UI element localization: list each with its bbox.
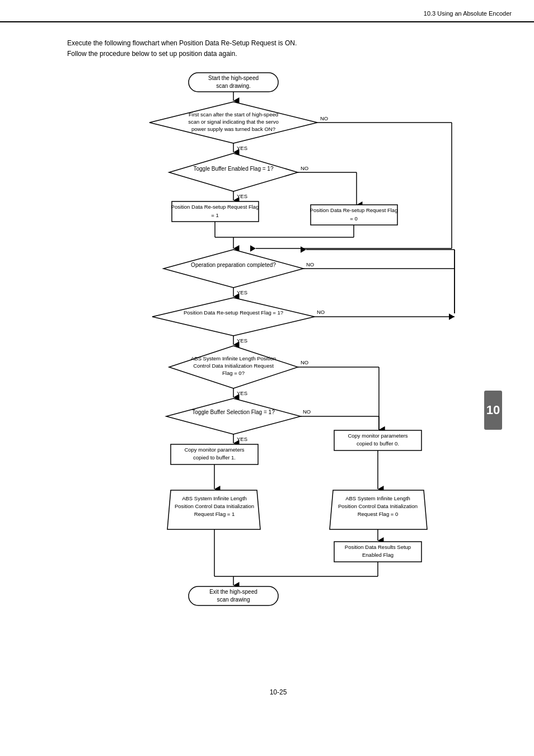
svg-text:YES: YES bbox=[237, 337, 247, 344]
svg-text:NO: NO bbox=[301, 359, 308, 365]
svg-text:power supply was turned back O: power supply was turned back ON? bbox=[191, 126, 275, 132]
svg-text:copied to buffer 0.: copied to buffer 0. bbox=[357, 440, 399, 447]
svg-text:Position Control Data Initiali: Position Control Data Initialization bbox=[338, 503, 418, 509]
svg-text:NO: NO bbox=[306, 261, 314, 267]
svg-text:= 0: = 0 bbox=[350, 215, 357, 222]
flowchart-wrapper: Start the high-speed scan drawing. First… bbox=[82, 66, 474, 672]
svg-text:Position Data Re-setup Request: Position Data Re-setup Request Flag = 1? bbox=[184, 309, 283, 316]
svg-text:Request Flag = 0: Request Flag = 0 bbox=[358, 511, 399, 517]
svg-text:ABS System Infinite Length: ABS System Infinite Length bbox=[182, 495, 247, 501]
flowchart-svg-main: Start the high-speed scan drawing. First… bbox=[82, 66, 474, 670]
svg-text:Toggle Buffer Selection Flag =: Toggle Buffer Selection Flag = 1? bbox=[192, 409, 275, 415]
svg-marker-133 bbox=[152, 298, 315, 336]
svg-text:Operation preparation complete: Operation preparation completed? bbox=[191, 262, 276, 268]
svg-text:First scan after the start of : First scan after the start of high-speed bbox=[189, 111, 278, 118]
svg-text:Flag = 0?: Flag = 0? bbox=[222, 370, 245, 376]
svg-text:Control Data Initialization Re: Control Data Initialization Request bbox=[193, 363, 274, 369]
svg-text:copied to buffer 1.: copied to buffer 1. bbox=[193, 454, 236, 461]
svg-text:Start the high-speed: Start the high-speed bbox=[208, 75, 259, 81]
content-area: Execute the following flowchart when Pos… bbox=[0, 34, 534, 696]
svg-text:YES: YES bbox=[237, 145, 247, 151]
intro-line2: Follow the procedure below to set up pos… bbox=[67, 50, 489, 58]
svg-text:NO: NO bbox=[320, 115, 328, 121]
svg-text:YES: YES bbox=[237, 193, 247, 199]
section-title: 10.3 Using an Absolute Encoder bbox=[424, 10, 512, 17]
svg-text:Position Data Results Setup: Position Data Results Setup bbox=[345, 544, 411, 550]
svg-marker-148 bbox=[166, 398, 301, 434]
svg-text:NO: NO bbox=[303, 408, 311, 415]
svg-text:Copy monitor parameters: Copy monitor parameters bbox=[184, 447, 244, 453]
svg-text:ABS System Infinite Length Pos: ABS System Infinite Length Position bbox=[191, 355, 276, 361]
svg-text:scan drawing: scan drawing bbox=[217, 597, 250, 603]
svg-text:YES: YES bbox=[237, 390, 247, 396]
svg-text:Position Control Data Initiali: Position Control Data Initialization bbox=[175, 503, 254, 509]
svg-text:YES: YES bbox=[237, 289, 247, 295]
svg-marker-123 bbox=[163, 250, 303, 288]
page-header: 10.3 Using an Absolute Encoder bbox=[0, 0, 534, 22]
svg-text:YES: YES bbox=[237, 436, 247, 442]
svg-text:Toggle Buffer Enabled Flag = 1: Toggle Buffer Enabled Flag = 1? bbox=[194, 166, 274, 172]
svg-text:NO: NO bbox=[317, 309, 325, 315]
intro-line1: Execute the following flowchart when Pos… bbox=[67, 39, 489, 47]
svg-text:ABS System Infinite Length: ABS System Infinite Length bbox=[345, 495, 410, 501]
tab-marker: 10 bbox=[484, 391, 502, 430]
svg-text:scan or signal indicating that: scan or signal indicating that the servo bbox=[188, 119, 279, 125]
svg-text:Position Data Re-setup Request: Position Data Re-setup Request Flag bbox=[171, 204, 259, 210]
main-page: 10.3 Using an Absolute Encoder Execute t… bbox=[0, 0, 534, 756]
svg-text:NO: NO bbox=[301, 165, 308, 171]
svg-text:= 1: = 1 bbox=[211, 212, 218, 218]
svg-text:Exit the high-speed: Exit the high-speed bbox=[209, 589, 257, 595]
svg-text:Request Flag = 1: Request Flag = 1 bbox=[194, 511, 235, 517]
svg-text:Position Data Re-setup Request: Position Data Re-setup Request Flag bbox=[310, 207, 398, 213]
svg-text:Enabled Flag: Enabled Flag bbox=[362, 552, 394, 558]
svg-text:Copy monitor parameters: Copy monitor parameters bbox=[348, 433, 407, 439]
svg-text:scan drawing.: scan drawing. bbox=[216, 83, 251, 89]
page-number: 10-25 bbox=[67, 688, 489, 696]
svg-marker-106 bbox=[169, 153, 298, 191]
